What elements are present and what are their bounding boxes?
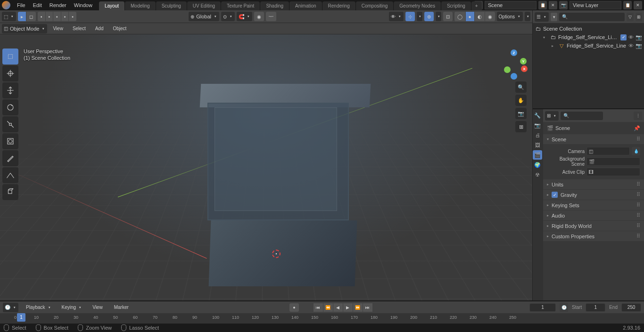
play-icon[interactable]: ▶ [343, 303, 353, 312]
zoom-icon[interactable]: 🔍 [515, 81, 527, 93]
menu-file[interactable]: File [13, 0, 29, 10]
tab-shading[interactable]: Shading [260, 1, 289, 10]
panel-custom-properties-header[interactable]: Custom Properties⠿ [543, 231, 644, 241]
tab-animation[interactable]: Animation [289, 1, 322, 10]
autokey-icon[interactable]: ● [289, 303, 299, 312]
panel-menu-icon[interactable]: ⠿ [636, 136, 640, 142]
tool-rotate[interactable] [2, 99, 18, 115]
camera-view-icon[interactable]: 📷 [515, 108, 527, 119]
pin-icon[interactable]: 📌 [634, 125, 640, 131]
hide-icon[interactable]: 👁 [628, 34, 634, 40]
tab-compositing[interactable]: Compositing [356, 1, 394, 10]
tool-cursor[interactable] [2, 65, 18, 81]
gizmo-z-axis[interactable]: Z [511, 49, 517, 56]
select-mode-5-icon[interactable]: ▪ [69, 12, 76, 21]
outliner-scene-collection[interactable]: 🗀 Scene Collection [535, 24, 642, 33]
disable-icon[interactable]: 📷 [636, 43, 642, 49]
pivot-dropdown[interactable]: ⊙ [221, 12, 235, 21]
gizmo-neg-y[interactable] [504, 66, 511, 73]
play-reverse-icon[interactable]: ◀ [333, 303, 343, 312]
tab-modeling[interactable]: Modeling [125, 1, 156, 10]
mode-dropdown[interactable]: ◫ Object Mode [2, 24, 47, 33]
start-frame-input[interactable] [586, 303, 605, 312]
panel-units-header[interactable]: Units⠿ [543, 179, 644, 189]
tool-move[interactable] [2, 82, 18, 98]
menu-select[interactable]: Select [69, 26, 90, 31]
tool-annotate[interactable] [2, 150, 18, 166]
overlay-dropdown[interactable] [436, 12, 441, 21]
tool-measure[interactable] [2, 167, 18, 183]
select-mode-4-icon[interactable]: ▪ [61, 12, 69, 21]
current-frame-input[interactable] [529, 303, 556, 312]
scene-new-button[interactable]: 📋 [538, 1, 547, 9]
tab-scripting[interactable]: Scripting [441, 1, 471, 10]
disable-icon[interactable]: 📷 [636, 34, 642, 40]
shading-wireframe-icon[interactable]: ◯ [454, 12, 465, 21]
shading-rendered-icon[interactable]: ◉ [485, 12, 495, 21]
timeline-ruler[interactable]: 1 01020304050607080901001101201301401501… [0, 313, 644, 324]
gizmo-toggle-icon[interactable]: ⊹ [405, 12, 415, 21]
prop-tab-viewlayer[interactable]: 🖼 [533, 140, 542, 150]
navigation-gizmo[interactable]: Z Y X [499, 49, 528, 77]
visibility-dropdown[interactable]: 👁 [389, 12, 404, 21]
outliner-display-mode[interactable]: ☰ [535, 12, 549, 22]
tool-scale[interactable] [2, 116, 18, 132]
select-mode-3-icon[interactable]: ▪ [53, 12, 61, 21]
active-clip-field[interactable]: 🎞 [586, 168, 640, 176]
timeline-editor-type[interactable]: 🕐 [3, 303, 18, 312]
curve-icon[interactable]: 〰 [266, 12, 276, 21]
prop-tab-output[interactable]: 🖨 [533, 130, 542, 140]
shading-dropdown[interactable] [525, 12, 530, 21]
scene-name-input[interactable] [485, 1, 537, 9]
select-mode-2-icon[interactable]: ▪ [46, 12, 53, 21]
scene-delete-button[interactable]: ✕ [549, 1, 557, 9]
expand-icon[interactable]: ▸ [552, 44, 556, 48]
panel-scene-header[interactable]: Scene ⠿ [543, 134, 644, 144]
panel-keying-sets-header[interactable]: Keying Sets⠿ [543, 200, 644, 210]
expand-icon[interactable]: ▾ [543, 35, 548, 40]
shading-solid-icon[interactable]: ● [466, 12, 474, 21]
playhead[interactable]: 1 [17, 313, 25, 322]
prop-tab-tool[interactable]: 🔧 [533, 111, 542, 120]
properties-type-dropdown[interactable]: ⊞ [545, 111, 559, 121]
menu-render[interactable]: Render [46, 0, 70, 10]
tab-uv-editing[interactable]: UV Editing [187, 1, 221, 10]
tab-rendering[interactable]: Rendering [322, 1, 355, 10]
prop-tab-render[interactable]: 📷 [533, 121, 542, 130]
timeline-marker-menu[interactable]: Marker [110, 305, 132, 310]
keyframe-next-icon[interactable]: ⏩ [353, 303, 363, 312]
tab-texture-paint[interactable]: Texture Paint [221, 1, 260, 10]
viewlayer-browse-icon[interactable]: 📷 [559, 1, 568, 9]
outliner-search-input[interactable] [559, 13, 625, 21]
tool-add-cube[interactable] [2, 184, 18, 200]
proportional-edit-icon[interactable]: ◉ [254, 12, 264, 21]
options-dropdown[interactable]: Options [497, 12, 523, 21]
viewlayer-new-button[interactable]: 📋 [623, 1, 632, 9]
properties-search-input[interactable] [561, 112, 603, 120]
eyedropper-icon[interactable]: 💧 [632, 147, 640, 155]
snap-dropdown[interactable]: 🧲 [237, 12, 252, 21]
orientation-dropdown[interactable]: ⊕ Global [189, 12, 219, 21]
jump-start-icon[interactable]: ⏮ [314, 303, 323, 312]
hide-icon[interactable]: 👁 [628, 43, 634, 49]
xray-toggle-icon[interactable]: ⊡ [443, 12, 453, 21]
preview-range-icon[interactable]: 🕐 [560, 303, 568, 312]
bg-scene-field[interactable]: 🎬 [586, 157, 640, 166]
end-frame-input[interactable] [621, 303, 641, 312]
menu-window[interactable]: Window [70, 0, 96, 10]
prop-tab-collection[interactable]: ☢ [533, 170, 542, 179]
viewlayer-delete-button[interactable]: ✕ [634, 1, 642, 9]
jump-end-icon[interactable]: ⏭ [363, 303, 372, 312]
gravity-checkbox[interactable]: ✓ [552, 192, 558, 198]
camera-field[interactable]: ◫ [586, 147, 630, 155]
timeline-view-menu[interactable]: View [89, 305, 107, 310]
tab-layout[interactable]: Layout [99, 1, 124, 10]
panel-audio-header[interactable]: Audio⠿ [543, 211, 644, 220]
outliner-view-icon[interactable]: ▾ [551, 13, 557, 21]
fridge-mesh-object[interactable] [196, 84, 375, 300]
outliner-collection-fridge[interactable]: ▾ 🗀 Fridge_Self_Service_Line_Elen ✓ 👁 📷 [535, 33, 642, 41]
menu-object[interactable]: Object [109, 26, 130, 31]
outliner-filter-icon[interactable]: ▽ [627, 13, 633, 21]
tool-transform[interactable] [2, 133, 18, 149]
panel-gravity-header[interactable]: ✓ Gravity⠿ [543, 190, 644, 200]
